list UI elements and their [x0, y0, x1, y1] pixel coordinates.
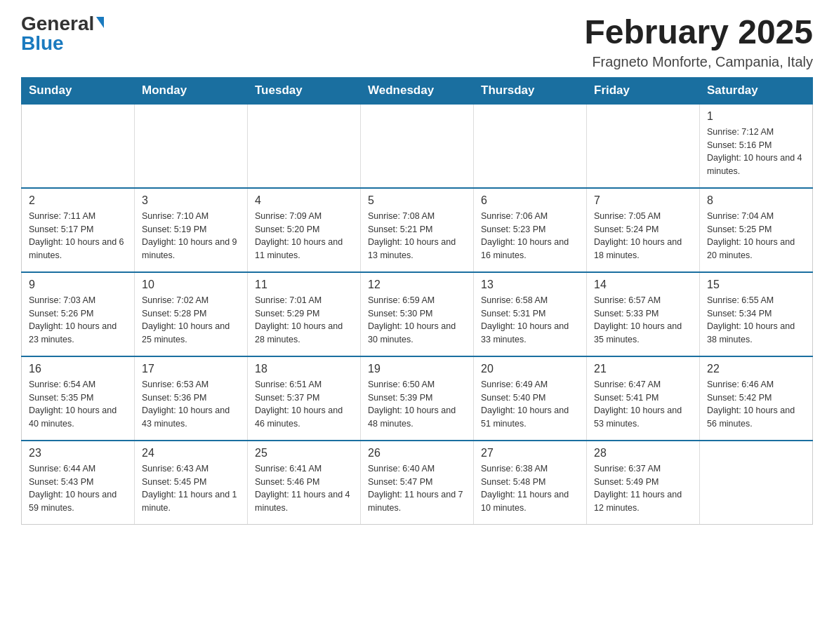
calendar-cell: 10Sunrise: 7:02 AMSunset: 5:28 PMDayligh…	[135, 272, 248, 356]
day-info: Sunrise: 6:51 AMSunset: 5:37 PMDaylight:…	[255, 378, 353, 431]
day-number: 7	[594, 194, 692, 207]
calendar-cell	[700, 441, 813, 525]
day-number: 8	[707, 194, 805, 207]
day-info: Sunrise: 6:53 AMSunset: 5:36 PMDaylight:…	[142, 378, 240, 431]
calendar-cell: 1Sunrise: 7:12 AMSunset: 5:16 PMDaylight…	[700, 104, 813, 188]
day-number: 16	[29, 363, 127, 375]
day-info: Sunrise: 6:44 AMSunset: 5:43 PMDaylight:…	[29, 462, 127, 515]
calendar-cell	[587, 104, 700, 188]
calendar-cell: 28Sunrise: 6:37 AMSunset: 5:49 PMDayligh…	[587, 441, 700, 525]
calendar-cell: 5Sunrise: 7:08 AMSunset: 5:21 PMDaylight…	[361, 188, 474, 272]
title-section: February 2025 Fragneto Monforte, Campani…	[584, 14, 813, 70]
day-info: Sunrise: 7:11 AMSunset: 5:17 PMDaylight:…	[29, 210, 127, 262]
calendar-cell	[22, 104, 135, 188]
calendar-cell: 13Sunrise: 6:58 AMSunset: 5:31 PMDayligh…	[474, 272, 587, 356]
day-info: Sunrise: 7:08 AMSunset: 5:21 PMDaylight:…	[368, 210, 466, 262]
day-info: Sunrise: 6:40 AMSunset: 5:47 PMDaylight:…	[368, 462, 466, 515]
day-number: 24	[142, 447, 240, 459]
day-info: Sunrise: 7:12 AMSunset: 5:16 PMDaylight:…	[707, 126, 805, 178]
day-number: 10	[142, 279, 240, 291]
calendar-cell: 24Sunrise: 6:43 AMSunset: 5:45 PMDayligh…	[135, 441, 248, 525]
day-info: Sunrise: 6:49 AMSunset: 5:40 PMDaylight:…	[481, 378, 579, 431]
col-header-friday: Friday	[587, 77, 700, 104]
calendar-week-row: 2Sunrise: 7:11 AMSunset: 5:17 PMDaylight…	[22, 188, 813, 272]
day-info: Sunrise: 6:58 AMSunset: 5:31 PMDaylight:…	[481, 294, 579, 347]
day-info: Sunrise: 6:41 AMSunset: 5:46 PMDaylight:…	[255, 462, 353, 515]
day-info: Sunrise: 7:01 AMSunset: 5:29 PMDaylight:…	[255, 294, 353, 347]
day-info: Sunrise: 6:38 AMSunset: 5:48 PMDaylight:…	[481, 462, 579, 515]
day-number: 3	[142, 194, 240, 207]
day-info: Sunrise: 6:47 AMSunset: 5:41 PMDaylight:…	[594, 378, 692, 431]
day-number: 26	[368, 447, 466, 459]
calendar-cell: 26Sunrise: 6:40 AMSunset: 5:47 PMDayligh…	[361, 441, 474, 525]
day-number: 4	[255, 194, 353, 207]
calendar-cell: 23Sunrise: 6:44 AMSunset: 5:43 PMDayligh…	[22, 441, 135, 525]
calendar-cell	[361, 104, 474, 188]
calendar-cell: 17Sunrise: 6:53 AMSunset: 5:36 PMDayligh…	[135, 356, 248, 441]
calendar-cell: 8Sunrise: 7:04 AMSunset: 5:25 PMDaylight…	[700, 188, 813, 272]
logo: General Blue	[21, 14, 104, 53]
col-header-wednesday: Wednesday	[361, 77, 474, 104]
day-number: 9	[29, 279, 127, 291]
logo-general-text: General	[21, 14, 94, 34]
calendar-cell: 9Sunrise: 7:03 AMSunset: 5:26 PMDaylight…	[22, 272, 135, 356]
day-info: Sunrise: 6:57 AMSunset: 5:33 PMDaylight:…	[594, 294, 692, 347]
calendar-cell: 12Sunrise: 6:59 AMSunset: 5:30 PMDayligh…	[361, 272, 474, 356]
calendar-header-row: SundayMondayTuesdayWednesdayThursdayFrid…	[22, 77, 813, 104]
day-info: Sunrise: 6:43 AMSunset: 5:45 PMDaylight:…	[142, 462, 240, 515]
col-header-tuesday: Tuesday	[248, 77, 361, 104]
calendar-cell: 3Sunrise: 7:10 AMSunset: 5:19 PMDaylight…	[135, 188, 248, 272]
day-number: 28	[594, 447, 692, 459]
calendar-cell	[135, 104, 248, 188]
day-info: Sunrise: 7:06 AMSunset: 5:23 PMDaylight:…	[481, 210, 579, 262]
day-info: Sunrise: 6:54 AMSunset: 5:35 PMDaylight:…	[29, 378, 127, 431]
calendar-cell: 6Sunrise: 7:06 AMSunset: 5:23 PMDaylight…	[474, 188, 587, 272]
calendar-table: SundayMondayTuesdayWednesdayThursdayFrid…	[21, 77, 813, 525]
calendar-cell: 20Sunrise: 6:49 AMSunset: 5:40 PMDayligh…	[474, 356, 587, 441]
day-info: Sunrise: 7:02 AMSunset: 5:28 PMDaylight:…	[142, 294, 240, 347]
day-number: 19	[368, 363, 466, 375]
day-number: 20	[481, 363, 579, 375]
calendar-cell: 16Sunrise: 6:54 AMSunset: 5:35 PMDayligh…	[22, 356, 135, 441]
calendar-cell: 18Sunrise: 6:51 AMSunset: 5:37 PMDayligh…	[248, 356, 361, 441]
day-number: 17	[142, 363, 240, 375]
day-number: 18	[255, 363, 353, 375]
day-number: 23	[29, 447, 127, 459]
calendar-subtitle: Fragneto Monforte, Campania, Italy	[584, 54, 813, 70]
day-info: Sunrise: 7:09 AMSunset: 5:20 PMDaylight:…	[255, 210, 353, 262]
day-number: 5	[368, 194, 466, 207]
calendar-cell	[248, 104, 361, 188]
calendar-cell: 11Sunrise: 7:01 AMSunset: 5:29 PMDayligh…	[248, 272, 361, 356]
calendar-week-row: 23Sunrise: 6:44 AMSunset: 5:43 PMDayligh…	[22, 441, 813, 525]
calendar-cell: 21Sunrise: 6:47 AMSunset: 5:41 PMDayligh…	[587, 356, 700, 441]
calendar-cell: 2Sunrise: 7:11 AMSunset: 5:17 PMDaylight…	[22, 188, 135, 272]
day-info: Sunrise: 7:04 AMSunset: 5:25 PMDaylight:…	[707, 210, 805, 262]
col-header-thursday: Thursday	[474, 77, 587, 104]
calendar-cell: 25Sunrise: 6:41 AMSunset: 5:46 PMDayligh…	[248, 441, 361, 525]
col-header-monday: Monday	[135, 77, 248, 104]
day-info: Sunrise: 6:46 AMSunset: 5:42 PMDaylight:…	[707, 378, 805, 431]
day-number: 6	[481, 194, 579, 207]
page-header: General Blue February 2025 Fragneto Monf…	[21, 14, 813, 70]
calendar-cell	[474, 104, 587, 188]
calendar-cell: 22Sunrise: 6:46 AMSunset: 5:42 PMDayligh…	[700, 356, 813, 441]
calendar-week-row: 9Sunrise: 7:03 AMSunset: 5:26 PMDaylight…	[22, 272, 813, 356]
day-number: 21	[594, 363, 692, 375]
day-number: 13	[481, 279, 579, 291]
calendar-cell: 19Sunrise: 6:50 AMSunset: 5:39 PMDayligh…	[361, 356, 474, 441]
day-number: 11	[255, 279, 353, 291]
day-number: 22	[707, 363, 805, 375]
logo-blue-text: Blue	[21, 34, 64, 53]
day-info: Sunrise: 6:50 AMSunset: 5:39 PMDaylight:…	[368, 378, 466, 431]
day-number: 25	[255, 447, 353, 459]
calendar-week-row: 1Sunrise: 7:12 AMSunset: 5:16 PMDaylight…	[22, 104, 813, 188]
day-info: Sunrise: 6:55 AMSunset: 5:34 PMDaylight:…	[707, 294, 805, 347]
calendar-cell: 27Sunrise: 6:38 AMSunset: 5:48 PMDayligh…	[474, 441, 587, 525]
calendar-cell: 15Sunrise: 6:55 AMSunset: 5:34 PMDayligh…	[700, 272, 813, 356]
calendar-cell: 7Sunrise: 7:05 AMSunset: 5:24 PMDaylight…	[587, 188, 700, 272]
day-info: Sunrise: 6:37 AMSunset: 5:49 PMDaylight:…	[594, 462, 692, 515]
col-header-sunday: Sunday	[22, 77, 135, 104]
day-info: Sunrise: 7:03 AMSunset: 5:26 PMDaylight:…	[29, 294, 127, 347]
calendar-cell: 14Sunrise: 6:57 AMSunset: 5:33 PMDayligh…	[587, 272, 700, 356]
calendar-week-row: 16Sunrise: 6:54 AMSunset: 5:35 PMDayligh…	[22, 356, 813, 441]
